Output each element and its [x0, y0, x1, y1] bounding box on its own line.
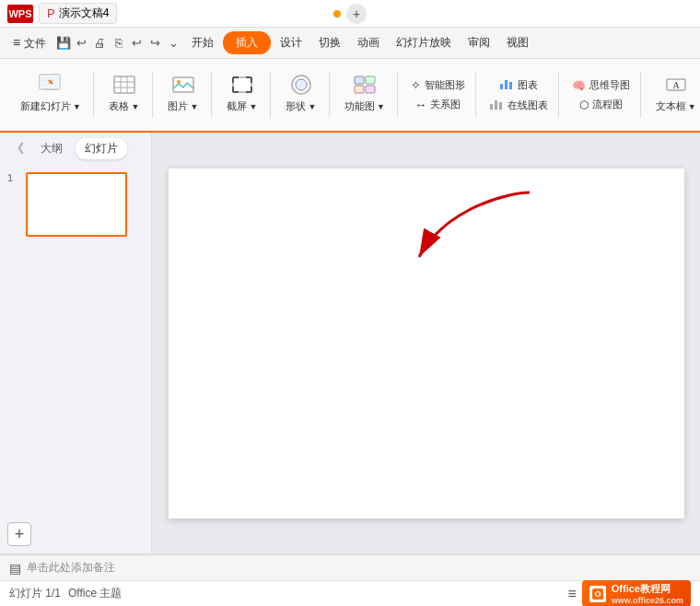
image-label: 图片 ▼ — [168, 99, 198, 113]
sidebar-tabs: 《 大纲 幻灯片 — [0, 133, 151, 165]
toolbar-save-icon[interactable]: 💾 — [55, 35, 72, 52]
mindmap-button[interactable]: 🧠 思维导图 — [566, 76, 636, 94]
svg-rect-5 — [114, 76, 134, 93]
svg-point-22 — [296, 79, 307, 90]
svg-rect-32 — [499, 102, 502, 110]
svg-rect-23 — [355, 76, 364, 84]
notes-placeholder[interactable]: 单击此处添加备注 — [27, 560, 115, 576]
function-diagram-button[interactable]: 功能图 ▼ — [337, 66, 392, 117]
sidebar: 《 大纲 幻灯片 1 + — [0, 133, 152, 554]
menu-home[interactable]: 开始 — [184, 31, 221, 54]
flowchart-button[interactable]: ⬡ 流程图 — [574, 96, 628, 113]
add-slide-button[interactable]: + — [7, 522, 31, 546]
chart-button[interactable]: 图表 — [494, 76, 543, 94]
notes-bar: ▤ 单击此处添加备注 — [0, 554, 700, 580]
list-item: 1 — [7, 172, 144, 237]
menu-review[interactable]: 审阅 — [461, 31, 497, 54]
toolbar-undo2-icon[interactable]: ↩ — [129, 35, 146, 52]
ribbon-group-textbox: A 文本框 ▼ — [643, 63, 700, 127]
ribbon-group-chart: 图表 在线图表 — [478, 63, 559, 127]
menu-switch[interactable]: 切换 — [311, 31, 348, 54]
title-doc[interactable]: P 演示文稿4 — [39, 3, 117, 24]
shape-icon — [286, 70, 316, 99]
slide-canvas[interactable] — [169, 169, 684, 519]
table-label: 表格 ▼ — [109, 99, 139, 113]
new-slide-label: 新建幻灯片 ▼ — [20, 99, 81, 113]
svg-rect-12 — [233, 77, 251, 92]
menu-file[interactable]: ≡ 文件 — [6, 31, 53, 55]
status-dot — [333, 10, 341, 17]
collapse-button[interactable]: 《 — [7, 139, 28, 159]
screenshot-label: 截屏 ▼ — [227, 99, 257, 113]
doc-name: 演示文稿4 — [59, 6, 110, 21]
title-bar: WPS P 演示文稿4 + — [0, 0, 700, 28]
shape-button[interactable]: 形状 ▼ — [278, 66, 324, 117]
slide-info: 幻灯片 1/1 — [9, 586, 61, 601]
wps-logo: WPS — [7, 5, 33, 23]
chart-icon — [499, 77, 514, 92]
mindmap-icon: 🧠 — [572, 79, 586, 92]
menu-view[interactable]: 视图 — [499, 31, 536, 54]
main-area: 《 大纲 幻灯片 1 + — [0, 133, 700, 554]
svg-rect-27 — [500, 84, 503, 89]
status-left: 幻灯片 1/1 Office 主题 — [9, 586, 560, 601]
screenshot-button[interactable]: 截屏 ▼ — [219, 66, 265, 117]
online-chart-button[interactable]: 在线图表 — [484, 96, 554, 114]
office-badge[interactable]: O Office教程网 www.office26.com — [582, 580, 691, 606]
menu-insert[interactable]: 插入 — [223, 31, 271, 54]
ribbon-group-new-slide: 新建幻灯片 ▼ — [7, 63, 94, 127]
table-button[interactable]: 表格 ▼ — [101, 66, 147, 117]
ribbon-group-screenshot: 截屏 ▼ — [214, 63, 271, 127]
function-diagram-label: 功能图 ▼ — [344, 99, 385, 113]
relation-icon: ↔ — [414, 98, 426, 111]
bottom-area: ▤ 单击此处添加备注 幻灯片 1/1 Office 主题 ≡ O Office教… — [0, 554, 700, 606]
svg-rect-29 — [509, 82, 512, 89]
slide-number: 1 — [7, 172, 20, 237]
smart-shape-button[interactable]: ✧ 智能图形 — [405, 76, 471, 94]
new-tab-button[interactable]: + — [346, 4, 367, 24]
sidebar-bottom: + — [0, 515, 151, 554]
status-bar: 幻灯片 1/1 Office 主题 ≡ O Office教程网 www.offi… — [0, 580, 700, 606]
screenshot-icon — [228, 70, 257, 99]
ribbon-group-function: 功能图 ▼ — [332, 63, 398, 127]
toolbar-redo-icon[interactable]: ↪ — [147, 35, 164, 52]
svg-rect-28 — [505, 80, 508, 89]
toolbar-copy-icon[interactable]: ⎘ — [111, 35, 127, 52]
notes-icon: ▤ — [9, 561, 21, 576]
svg-rect-24 — [366, 76, 375, 84]
ribbon-group-table: 表格 ▼ — [96, 63, 153, 127]
textbox-button[interactable]: A 文本框 ▼ — [648, 66, 700, 117]
ribbon-group-shape: 形状 ▼ — [273, 63, 330, 127]
tab-slides[interactable]: 幻灯片 — [76, 138, 127, 159]
ribbon-group-mindmap: 🧠 思维导图 ⬡ 流程图 — [561, 63, 641, 127]
shape-label: 形状 ▼ — [286, 99, 316, 113]
svg-rect-2 — [44, 88, 57, 90]
relation-diagram-button[interactable]: ↔ 关系图 — [409, 96, 466, 113]
ppt-icon: P — [47, 6, 55, 20]
smart-shape-icon: ✧ — [411, 78, 421, 92]
svg-text:A: A — [672, 80, 680, 90]
image-button[interactable]: 图片 ▼ — [160, 66, 206, 117]
menu-slideshow[interactable]: 幻灯片放映 — [389, 31, 459, 54]
slide-thumbnail[interactable] — [26, 172, 127, 237]
toolbar-more-icon[interactable]: ⌄ — [166, 35, 182, 52]
svg-rect-10 — [173, 77, 193, 92]
new-slide-button[interactable]: 新建幻灯片 ▼ — [13, 66, 88, 117]
new-slide-icon — [36, 70, 65, 99]
online-chart-icon — [489, 98, 504, 112]
sidebar-content: 1 — [0, 165, 151, 515]
image-icon — [169, 70, 198, 99]
menu-animate[interactable]: 动画 — [350, 31, 387, 54]
office-logo-icon: O — [589, 586, 606, 602]
menu-design[interactable]: 设计 — [273, 31, 309, 54]
toolbar-print-icon[interactable]: 🖨 — [92, 35, 109, 52]
function-diagram-icon — [350, 70, 379, 99]
title-bar-left: WPS P 演示文稿4 — [7, 3, 117, 24]
theme-info: Office 主题 — [68, 586, 122, 601]
svg-rect-30 — [490, 104, 493, 110]
ribbon-group-image: 图片 ▼ — [155, 63, 212, 127]
hamburger-icon[interactable]: ≡ — [567, 586, 576, 602]
tab-outline[interactable]: 大纲 — [31, 138, 72, 159]
toolbar-undo-icon[interactable]: ↩ — [74, 35, 90, 52]
textbox-icon: A — [661, 70, 691, 99]
